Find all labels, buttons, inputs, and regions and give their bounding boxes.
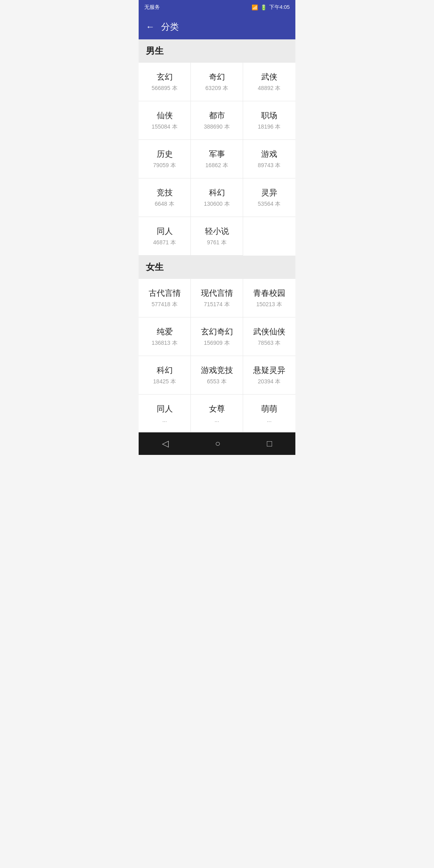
nav-recent-button[interactable]: □ [256,435,283,452]
category-count-female-8: 20394 本 [258,378,281,385]
category-item-female-0[interactable]: 古代言情577418 本 [139,279,191,317]
category-item-male-5[interactable]: 职场18196 本 [243,101,295,140]
category-item-male-1[interactable]: 奇幻63209 本 [191,63,243,101]
category-item-male-2[interactable]: 武侠48892 本 [243,63,295,101]
category-count-male-2: 48892 本 [258,85,281,92]
category-count-male-8: 89743 本 [258,162,281,169]
category-count-male-10: 130600 本 [204,201,230,208]
category-item-female-5[interactable]: 武侠仙侠78563 本 [243,317,295,356]
category-name-male-13: 轻小说 [205,226,229,237]
section-header-male: 男生 [139,39,295,63]
category-name-male-6: 历史 [157,149,173,160]
time-text: 下午4:05 [269,4,290,11]
category-count-male-3: 155084 本 [151,123,178,131]
category-item-female-4[interactable]: 玄幻奇幻156909 本 [191,317,243,356]
category-name-male-0: 玄幻 [157,72,173,82]
category-name-male-3: 仙侠 [157,110,173,121]
nav-home-button[interactable]: ○ [204,435,231,452]
category-count-female-4: 156909 本 [204,340,230,347]
category-count-female-1: 715174 本 [204,301,230,308]
category-name-female-7: 游戏竞技 [201,365,233,376]
category-count-male-4: 388690 本 [204,123,230,131]
category-name-female-0: 古代言情 [149,288,181,299]
category-item-male-0[interactable]: 玄幻566895 本 [139,63,191,101]
category-name-male-8: 游戏 [261,149,277,160]
category-item-male-10[interactable]: 科幻130600 本 [191,178,243,217]
category-name-female-2: 青春校园 [253,288,285,299]
category-count-female-10: ... [215,417,219,423]
status-bar: 无服务 📶 🔋 下午4:05 [139,0,295,14]
category-item-male-7[interactable]: 军事16862 本 [191,140,243,178]
category-name-female-4: 玄幻奇幻 [201,326,233,337]
category-count-female-9: ... [162,417,167,423]
category-name-female-10: 女尊 [209,403,225,414]
category-item-female-11[interactable]: 萌萌... [243,395,295,432]
category-item-female-3[interactable]: 纯爱136813 本 [139,317,191,356]
category-count-female-7: 6553 本 [207,378,227,385]
category-name-male-2: 武侠 [261,72,277,82]
category-grid-male: 玄幻566895 本奇幻63209 本武侠48892 本仙侠155084 本都市… [139,63,295,256]
category-item-female-8[interactable]: 悬疑灵异20394 本 [243,356,295,395]
category-item-male-9[interactable]: 竞技6648 本 [139,178,191,217]
category-count-female-11: ... [267,417,272,423]
category-count-male-6: 79059 本 [153,162,176,169]
category-count-male-0: 566895 本 [151,85,178,92]
wifi-icon: 📶 [252,4,258,10]
category-name-male-4: 都市 [209,110,225,121]
category-name-male-7: 军事 [209,149,225,160]
category-count-male-9: 6648 本 [155,201,174,208]
category-name-male-12: 同人 [157,226,173,237]
category-name-male-9: 竞技 [157,187,173,198]
category-name-female-3: 纯爱 [157,326,173,337]
section-header-female: 女生 [139,256,295,279]
category-item-male-13[interactable]: 轻小说9761 本 [191,217,243,256]
category-item-male-4[interactable]: 都市388690 本 [191,101,243,140]
category-item-female-1[interactable]: 现代言情715174 本 [191,279,243,317]
category-name-female-6: 科幻 [157,365,173,376]
main-content: 男生玄幻566895 本奇幻63209 本武侠48892 本仙侠155084 本… [139,39,295,432]
category-item-male-12[interactable]: 同人46871 本 [139,217,191,256]
back-button[interactable]: ← [146,22,155,32]
app-header: ← 分类 [139,14,295,39]
category-count-male-1: 63209 本 [205,85,228,92]
category-item-female-7[interactable]: 游戏竞技6553 本 [191,356,243,395]
category-item-female-6[interactable]: 科幻18425 本 [139,356,191,395]
nav-back-button[interactable]: ◁ [151,435,180,452]
status-right: 📶 🔋 下午4:05 [252,4,290,11]
category-count-female-2: 150213 本 [256,301,283,308]
category-name-female-8: 悬疑灵异 [253,365,285,376]
category-name-female-9: 同人 [157,403,173,414]
category-item-male-11[interactable]: 灵异53564 本 [243,178,295,217]
category-item-male-8[interactable]: 游戏89743 本 [243,140,295,178]
page-title: 分类 [161,21,179,33]
category-name-female-11: 萌萌 [261,403,277,414]
category-item-female-10[interactable]: 女尊... [191,395,243,432]
signal-text: 无服务 [144,4,160,11]
category-count-male-11: 53564 本 [258,201,281,208]
category-count-male-7: 16862 本 [205,162,228,169]
category-count-male-5: 18196 本 [258,123,281,131]
category-item-female-2[interactable]: 青春校园150213 本 [243,279,295,317]
category-item-male-3[interactable]: 仙侠155084 本 [139,101,191,140]
category-count-male-13: 9761 本 [207,239,227,246]
battery-icon: 🔋 [260,4,267,10]
category-name-female-5: 武侠仙侠 [253,326,285,337]
category-name-male-5: 职场 [261,110,277,121]
category-grid-female: 古代言情577418 本现代言情715174 本青春校园150213 本纯爱13… [139,279,295,432]
category-name-female-1: 现代言情 [201,288,233,299]
category-item-male-6[interactable]: 历史79059 本 [139,140,191,178]
category-name-male-1: 奇幻 [209,72,225,82]
category-count-male-12: 46871 本 [153,239,176,246]
category-item-female-9[interactable]: 同人... [139,395,191,432]
category-name-male-10: 科幻 [209,187,225,198]
bottom-navigation: ◁ ○ □ [139,432,295,455]
category-count-female-0: 577418 本 [151,301,178,308]
category-name-male-11: 灵异 [261,187,277,198]
category-count-female-6: 18425 本 [153,378,176,385]
category-count-female-3: 136813 本 [151,340,178,347]
category-count-female-5: 78563 本 [258,340,281,347]
